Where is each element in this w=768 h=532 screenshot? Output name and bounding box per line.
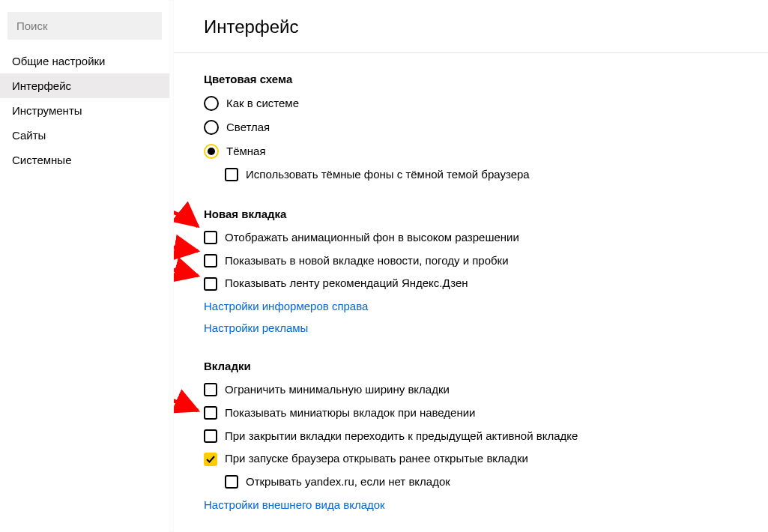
radio-label: Как в системе [226,97,299,111]
sidebar-item-system[interactable]: Системные [0,148,169,172]
checkbox-label: При запуске браузера открывать ранее отк… [225,452,528,466]
sidebar-item-sites[interactable]: Сайты [0,123,169,148]
sidebar-item-general[interactable]: Общие настройки [0,49,169,73]
checkbox-row-dark-backgrounds[interactable]: Использовать тёмные фоны с тёмной темой … [225,168,746,182]
horizontal-rule [174,52,768,53]
search-input[interactable]: Поиск [7,12,162,40]
page-title: Интерфейс [204,16,746,37]
checkbox-icon [225,168,238,181]
checkbox-row-open-yandex[interactable]: Открывать yandex.ru, если нет вкладок [225,475,746,489]
radio-row-light[interactable]: Светлая [204,120,746,135]
radio-icon [204,96,219,111]
radio-row-system[interactable]: Как в системе [204,96,746,111]
checkbox-label: Показывать в новой вкладке новости, пого… [225,254,509,268]
checkbox-row-tab-previews[interactable]: Показывать миниатюры вкладок при наведен… [204,406,746,420]
checkbox-row-news-weather[interactable]: Показывать в новой вкладке новости, пого… [204,254,746,268]
checkbox-row-anim-bg[interactable]: Отображать анимационный фон в высоком ра… [204,231,746,245]
checkbox-icon [225,475,238,489]
link-informers-settings[interactable]: Настройки информеров справа [204,300,746,312]
section-tabs: Вкладки Ограничить минимальную ширину вк… [204,360,746,511]
checkbox-label: Показывать ленту рекомендаций Яндекс.Дзе… [225,276,468,291]
settings-sidebar: Поиск Общие настройки Интерфейс Инструме… [0,0,169,532]
radio-icon [204,144,219,159]
checkbox-label: Использовать тёмные фоны с тёмной темой … [246,168,530,182]
section-title-color-scheme: Цветовая схема [204,73,746,85]
sidebar-item-interface[interactable]: Интерфейс [0,73,169,98]
checkbox-row-zen-feed[interactable]: Показывать ленту рекомендаций Яндекс.Дзе… [204,276,746,291]
checkbox-label: Открывать yandex.ru, если нет вкладок [246,475,450,489]
checkbox-icon [204,453,217,466]
app-root: Поиск Общие настройки Интерфейс Инструме… [0,0,768,532]
section-new-tab: Новая вкладка Отображать анимационный фо… [204,208,746,334]
radio-label: Светлая [226,121,270,135]
settings-main: Интерфейс Цветовая схема Как в системе С… [174,0,768,532]
checkbox-label: Отображать анимационный фон в высоком ра… [225,231,519,245]
checkbox-icon [204,429,217,443]
section-title-new-tab: Новая вкладка [204,208,746,220]
radio-icon [204,120,219,135]
sidebar-nav: Общие настройки Интерфейс Инструменты Са… [0,49,169,172]
radio-label: Тёмная [226,145,266,159]
section-color-scheme: Цветовая схема Как в системе Светлая Тём… [204,73,746,182]
checkbox-icon [204,231,217,244]
link-ad-settings[interactable]: Настройки рекламы [204,321,746,334]
section-title-tabs: Вкладки [204,360,746,372]
checkbox-icon [204,277,217,291]
checkbox-row-prev-active-tab[interactable]: При закрытии вкладки переходить к предыд… [204,429,746,444]
checkbox-label: Ограничить минимальную ширину вкладки [225,383,450,397]
radio-row-dark[interactable]: Тёмная [204,144,746,159]
link-tab-appearance[interactable]: Настройки внешнего вида вкладок [204,498,746,511]
checkbox-label: При закрытии вкладки переходить к предыд… [225,429,578,444]
sidebar-item-tools[interactable]: Инструменты [0,98,169,123]
checkbox-icon [204,383,217,396]
checkbox-row-restore-tabs[interactable]: При запуске браузера открывать ранее отк… [204,452,746,466]
checkbox-row-min-tab-width[interactable]: Ограничить минимальную ширину вкладки [204,383,746,397]
checkbox-label: Показывать миниатюры вкладок при наведен… [225,406,476,420]
checkbox-icon [204,406,217,420]
checkbox-icon [204,254,217,267]
